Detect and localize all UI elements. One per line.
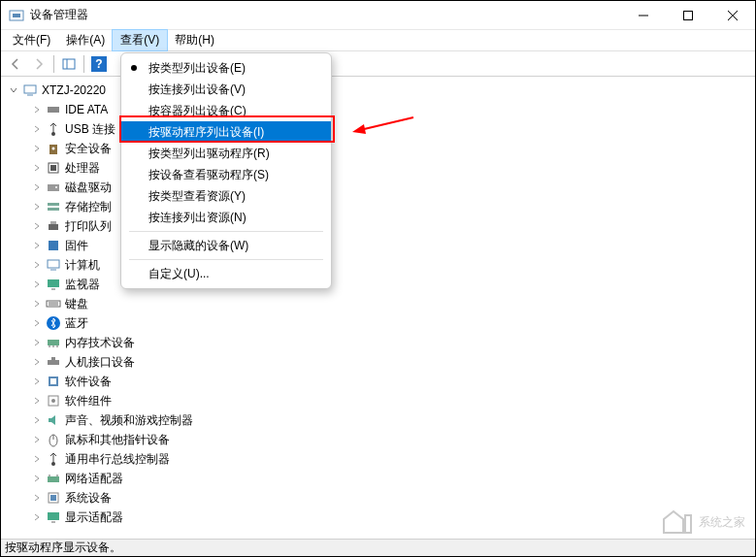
toolbar-separator: [53, 55, 54, 73]
menu-item-label: 按连接列出设备(V): [148, 82, 246, 98]
tree-node[interactable]: 人机接口设备: [5, 352, 755, 372]
chevron-right-icon[interactable]: [30, 510, 44, 524]
svg-rect-40: [50, 378, 56, 384]
chevron-right-icon[interactable]: [30, 413, 44, 427]
chevron-right-icon[interactable]: [30, 491, 44, 505]
tree-node[interactable]: 声音、视频和游戏控制器: [5, 410, 755, 430]
toolbar-help-button[interactable]: ?: [88, 53, 110, 75]
menu-item[interactable]: 按设备查看驱动程序(S): [121, 164, 331, 185]
toolbar-forward-button[interactable]: [28, 53, 49, 75]
svg-text:?: ?: [95, 57, 102, 71]
tree-node[interactable]: 存储控制: [5, 197, 755, 216]
usb-icon: [46, 121, 61, 137]
cpu-icon: [46, 160, 61, 176]
chevron-right-icon[interactable]: [30, 433, 44, 446]
menu-item[interactable]: 按类型列出驱动程序(R): [121, 143, 331, 164]
svg-rect-51: [48, 512, 59, 520]
menu-item[interactable]: 按容器列出设备(C): [121, 100, 331, 121]
menu-item[interactable]: 按驱动程序列出设备(I): [121, 121, 331, 143]
firmware-icon: [46, 238, 61, 253]
system-icon: [46, 490, 61, 506]
menu-action[interactable]: 操作(A): [58, 30, 113, 50]
tree-node[interactable]: 网络适配器: [5, 469, 755, 488]
tree-node[interactable]: 内存技术设备: [5, 333, 755, 352]
tree-node[interactable]: IDE ATA: [5, 100, 755, 119]
display-icon: [46, 509, 61, 525]
tree-node[interactable]: 通用串行总线控制器: [5, 449, 755, 469]
toolbar: ?: [1, 51, 755, 77]
ide-icon: [46, 102, 61, 117]
menu-help[interactable]: 帮助(H): [167, 30, 222, 50]
chevron-right-icon[interactable]: [30, 180, 44, 194]
device-tree[interactable]: XTZJ-20220 IDE ATAUSB 连接安全设备处理器磁盘驱动存储控制打…: [1, 77, 755, 539]
tree-root-label: XTZJ-20220: [42, 83, 106, 97]
menu-item[interactable]: 按连接列出资源(N): [121, 207, 331, 228]
chevron-right-icon[interactable]: [30, 316, 44, 330]
tree-node-label: 软件设备: [65, 374, 112, 390]
chevron-right-icon[interactable]: [30, 452, 44, 466]
chevron-right-icon[interactable]: [30, 472, 44, 485]
menu-item-label: 自定义(U)...: [148, 266, 210, 282]
menu-item-label: 按设备查看驱动程序(S): [148, 167, 269, 183]
svg-rect-50: [50, 495, 56, 501]
chevron-down-icon[interactable]: [7, 83, 20, 97]
tree-node[interactable]: 蓝牙: [5, 313, 755, 333]
tree-node-label: 人机接口设备: [65, 354, 135, 371]
network-icon: [46, 471, 61, 486]
tree-node[interactable]: 系统设备: [5, 488, 755, 508]
svg-rect-10: [24, 85, 36, 93]
menu-file[interactable]: 文件(F): [5, 30, 58, 50]
svg-rect-21: [48, 208, 59, 211]
menu-item-label: 按连接列出资源(N): [148, 210, 247, 226]
menu-item[interactable]: 显示隐藏的设备(W): [121, 235, 331, 256]
tree-root-node[interactable]: XTZJ-20220: [5, 81, 755, 100]
maximize-button[interactable]: [666, 1, 710, 30]
tree-node[interactable]: 监视器: [5, 275, 755, 294]
menu-item[interactable]: 按类型查看资源(Y): [121, 185, 331, 207]
menu-item[interactable]: 按连接列出设备(V): [121, 79, 331, 100]
serial-icon: [46, 451, 61, 467]
chevron-right-icon[interactable]: [30, 142, 44, 155]
toolbar-back-button[interactable]: [5, 53, 26, 75]
chevron-right-icon[interactable]: [30, 278, 44, 291]
menu-item-label: 按驱动程序列出设备(I): [148, 124, 264, 141]
window-controls: [621, 1, 755, 30]
tree-node[interactable]: USB 连接: [5, 119, 755, 139]
minimize-button[interactable]: [621, 1, 666, 30]
chevron-right-icon[interactable]: [30, 219, 44, 233]
tree-node-label: 系统设备: [65, 490, 112, 507]
chevron-right-icon[interactable]: [30, 258, 44, 272]
tree-node[interactable]: 处理器: [5, 158, 755, 178]
tree-node[interactable]: 软件组件: [5, 391, 755, 410]
close-button[interactable]: [710, 1, 755, 30]
menu-view[interactable]: 查看(V): [113, 30, 167, 50]
chevron-right-icon[interactable]: [30, 375, 44, 388]
app-icon: [9, 8, 24, 23]
toolbar-panel-button[interactable]: [58, 53, 80, 75]
chevron-right-icon[interactable]: [30, 103, 44, 116]
chevron-right-icon[interactable]: [30, 200, 44, 213]
chevron-right-icon[interactable]: [30, 336, 44, 349]
svg-rect-33: [48, 340, 59, 345]
menu-item-label: 按类型查看资源(Y): [148, 188, 246, 205]
chevron-right-icon[interactable]: [30, 161, 44, 175]
tree-node[interactable]: 固件: [5, 236, 755, 255]
menu-item[interactable]: 自定义(U)...: [121, 263, 331, 284]
tree-node[interactable]: 键盘: [5, 294, 755, 313]
tree-node[interactable]: 鼠标和其他指针设备: [5, 430, 755, 449]
tree-node[interactable]: 显示适配器: [5, 508, 755, 527]
chevron-right-icon[interactable]: [30, 394, 44, 408]
tree-node[interactable]: 打印队列: [5, 216, 755, 236]
chevron-right-icon[interactable]: [30, 297, 44, 311]
tree-node[interactable]: 软件设备: [5, 372, 755, 391]
chevron-right-icon[interactable]: [30, 122, 44, 136]
tree-node[interactable]: 计算机: [5, 255, 755, 275]
tree-node[interactable]: 安全设备: [5, 139, 755, 158]
chevron-right-icon[interactable]: [30, 239, 44, 252]
menu-item[interactable]: 按类型列出设备(E): [121, 57, 331, 79]
chevron-right-icon[interactable]: [30, 355, 44, 369]
view-menu-dropdown: 按类型列出设备(E)按连接列出设备(V)按容器列出设备(C)按驱动程序列出设备(…: [120, 52, 332, 289]
tree-node[interactable]: 磁盘驱动: [5, 178, 755, 197]
statusbar: 按驱动程序显示设备。: [1, 539, 755, 556]
svg-rect-20: [48, 203, 59, 206]
